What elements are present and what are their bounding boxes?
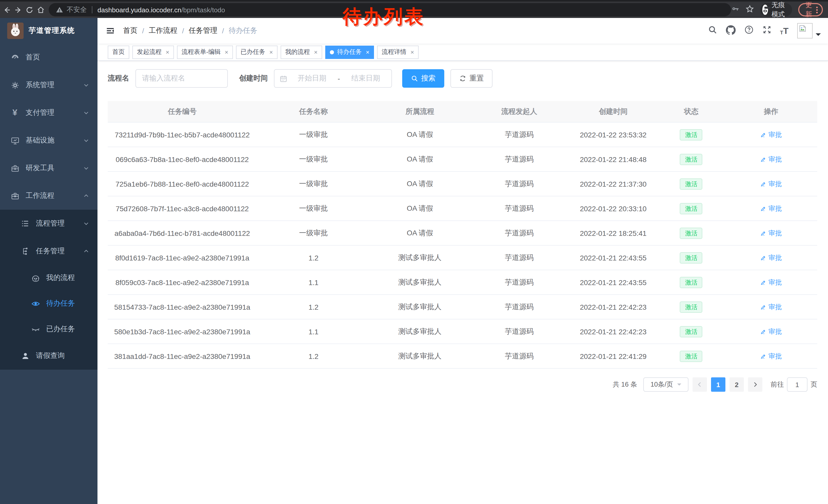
- goto-page-input[interactable]: 1: [787, 377, 808, 392]
- next-page-button[interactable]: [748, 377, 762, 392]
- sidebar-item-workflow[interactable]: 工作流程: [0, 182, 97, 210]
- sidebar-item-label: 已办任务: [46, 325, 75, 334]
- annotation-text: 待办列表: [343, 4, 425, 30]
- page-content: 流程名 请输入流程名 创建时间 开始日期 - 结束日期 搜索: [97, 61, 828, 504]
- breadcrumb-task-mgmt[interactable]: 任务管理: [189, 26, 217, 35]
- approve-link[interactable]: 审批: [760, 327, 782, 336]
- chevron-up-icon: [83, 193, 89, 199]
- table-row: 75d72608-7b7f-11ec-a3c8-acde48001122一级审批…: [108, 196, 817, 221]
- security-label[interactable]: 不安全: [67, 5, 87, 14]
- sidebar-item-process-mgmt[interactable]: 流程管理: [0, 210, 97, 237]
- approve-link[interactable]: 审批: [760, 179, 782, 188]
- tab-0[interactable]: 首页: [108, 45, 129, 59]
- sidebar-item-label: 工作流程: [26, 191, 54, 200]
- cell-created: 2022-01-22 23:53:32: [569, 131, 658, 139]
- hamburger-icon[interactable]: [106, 26, 115, 35]
- tab-label: 流程表单-编辑: [181, 48, 220, 56]
- page-number-2[interactable]: 2: [730, 377, 744, 392]
- tab-4[interactable]: 我的流程×: [281, 45, 322, 59]
- sidebar-item-task-mgmt[interactable]: 任务管理: [0, 237, 97, 265]
- tab-close-icon[interactable]: ×: [166, 48, 169, 56]
- sidebar-item-label: 我的流程: [46, 273, 75, 282]
- sidebar-item-devtools[interactable]: 研发工具: [0, 154, 97, 182]
- approve-link[interactable]: 审批: [760, 130, 782, 139]
- browser-home-icon[interactable]: [37, 6, 45, 13]
- sidebar-item-home[interactable]: 首页: [0, 44, 97, 71]
- table-row: 381aa1dd-7ac8-11ec-a9e2-a2380e71991a1.2测…: [108, 344, 817, 369]
- person-icon: [20, 352, 30, 360]
- sidebar-item-todo-tasks[interactable]: 待办任务: [0, 291, 97, 316]
- cell-created: 2022-01-22 20:33:10: [569, 204, 658, 213]
- search-icon[interactable]: [708, 25, 717, 36]
- goto-label: 前往: [771, 380, 784, 389]
- sidebar-item-infra[interactable]: 基础设施: [0, 127, 97, 154]
- reset-button[interactable]: 重置: [450, 69, 493, 88]
- tab-close-icon[interactable]: ×: [410, 48, 414, 56]
- cell-created: 2022-01-22 21:37:30: [569, 180, 658, 188]
- sidebar-logo[interactable]: 芋道管理系统: [0, 18, 97, 44]
- yen-icon: ¥: [10, 108, 19, 118]
- page-size-select[interactable]: 10条/页: [643, 377, 689, 392]
- tab-5[interactable]: 待办任务×: [325, 45, 374, 59]
- approve-link[interactable]: 审批: [760, 154, 782, 164]
- tab-close-icon[interactable]: ×: [314, 48, 318, 56]
- col-header-actions: 操作: [725, 107, 817, 116]
- cell-actions: 审批: [725, 154, 817, 164]
- create-time-label: 创建时间: [239, 74, 268, 83]
- cell-process: 测试多审批人: [370, 327, 469, 336]
- tab-2[interactable]: 流程表单-编辑×: [177, 45, 233, 59]
- status-badge: 激活: [680, 203, 703, 214]
- help-icon[interactable]: [744, 25, 753, 36]
- bookmark-star-icon[interactable]: [745, 4, 754, 15]
- avatar[interactable]: [797, 23, 813, 39]
- tab-close-icon[interactable]: ×: [366, 48, 369, 56]
- sidebar-item-label: 待办任务: [46, 299, 75, 308]
- font-size-icon[interactable]: TT: [780, 27, 788, 35]
- approve-link[interactable]: 审批: [760, 228, 782, 238]
- github-icon[interactable]: [726, 25, 735, 37]
- prev-page-button[interactable]: [693, 377, 707, 392]
- sidebar-item-label: 请假查询: [36, 351, 65, 360]
- cell-created: 2022-01-21 22:42:23: [569, 327, 658, 335]
- approve-link[interactable]: 审批: [760, 204, 782, 213]
- date-range-input[interactable]: 开始日期 - 结束日期: [274, 69, 392, 88]
- approve-link[interactable]: 审批: [760, 302, 782, 312]
- update-button[interactable]: 更新: [798, 3, 823, 16]
- breadcrumb-workflow[interactable]: 工作流程: [149, 26, 177, 35]
- search-icon: [411, 75, 418, 82]
- goto-suffix: 页: [811, 380, 817, 389]
- fullscreen-icon[interactable]: [762, 25, 771, 36]
- sidebar-item-leave-query[interactable]: 请假查询: [0, 342, 97, 370]
- breadcrumb-home[interactable]: 首页: [123, 26, 137, 35]
- tab-close-icon[interactable]: ×: [225, 48, 228, 56]
- tab-1[interactable]: 发起流程×: [132, 45, 174, 59]
- approve-link[interactable]: 审批: [760, 278, 782, 287]
- password-key-icon[interactable]: [731, 5, 739, 15]
- avatar-caret-icon[interactable]: [816, 33, 821, 39]
- search-button[interactable]: 搜索: [402, 69, 444, 88]
- sidebar-item-done-tasks[interactable]: 已办任务: [0, 316, 97, 342]
- cell-status: 激活: [658, 351, 725, 362]
- tab-close-icon[interactable]: ×: [269, 48, 273, 56]
- browser-menu-icon[interactable]: [816, 6, 818, 13]
- col-header-task-name: 任务名称: [257, 107, 370, 116]
- cell-task-name: 1.2: [257, 254, 370, 262]
- sidebar-item-my-process[interactable]: 我的流程: [0, 265, 97, 291]
- browser-reload-icon[interactable]: [26, 6, 33, 13]
- tab-3[interactable]: 已办任务×: [236, 45, 278, 59]
- sidebar-item-payment[interactable]: ¥ 支付管理: [0, 99, 97, 127]
- status-badge: 激活: [680, 326, 703, 337]
- page-number-1[interactable]: 1: [711, 377, 726, 392]
- browser-back-icon[interactable]: [3, 6, 11, 13]
- browser-forward-icon[interactable]: [14, 6, 22, 13]
- tasks-table: 任务编号 任务名称 所属流程 流程发起人 创建时间 状态 操作 73211d9d…: [108, 101, 817, 369]
- approve-link[interactable]: 审批: [760, 253, 782, 262]
- tab-6[interactable]: 流程详情×: [377, 45, 419, 59]
- reset-button-label: 重置: [469, 74, 484, 83]
- sidebar-item-system[interactable]: 系统管理: [0, 71, 97, 99]
- cell-created: 2022-01-22 18:25:41: [569, 229, 658, 237]
- status-badge: 激活: [680, 277, 703, 288]
- approve-link[interactable]: 审批: [760, 352, 782, 361]
- process-name-input[interactable]: 请输入流程名: [135, 69, 228, 88]
- cell-created: 2022-01-22 21:48:48: [569, 155, 658, 163]
